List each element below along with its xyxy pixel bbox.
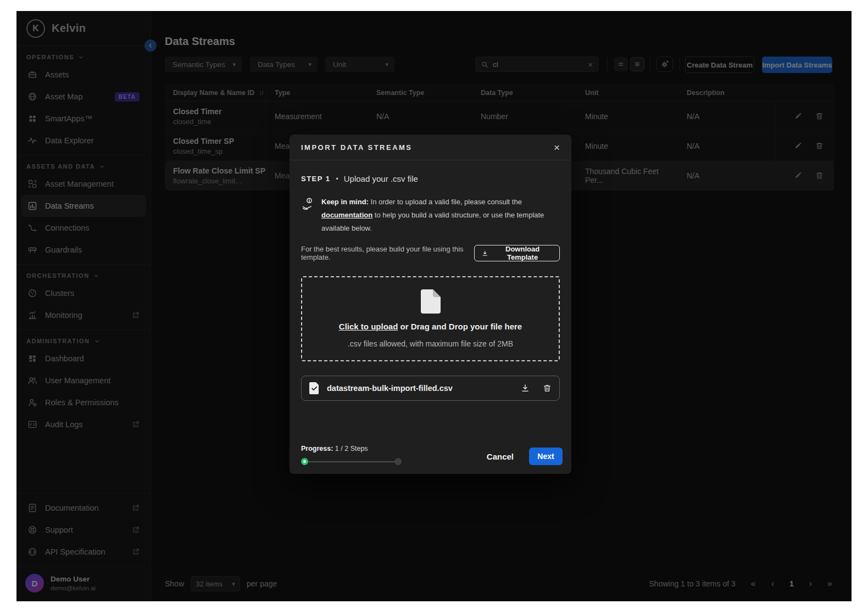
dropzone-text: or Drag and Drop your file here (398, 322, 522, 331)
note-text: In order to upload a valid file, please … (369, 198, 522, 206)
modal-header: IMPORT DATA STREAMS × (290, 135, 571, 160)
progress-track (305, 461, 396, 462)
modal-footer: Progress: 1 / 2 Steps Cancel Next (301, 445, 563, 465)
file-icon (421, 289, 441, 314)
progress-step-next-dot (394, 458, 402, 465)
cancel-button[interactable]: Cancel (487, 452, 514, 461)
template-text: For the best results, please build your … (301, 245, 474, 261)
step-indicator: STEP 1 • Upload your .csv file (301, 160, 560, 183)
progress-value: 1 / 2 Steps (333, 445, 368, 452)
file-check-icon (309, 382, 320, 394)
next-button[interactable]: Next (529, 448, 563, 465)
dropzone-hint: .csv files allowed, with maximum file si… (348, 339, 513, 348)
modal-body: STEP 1 • Upload your .csv file Keep in m… (290, 160, 571, 474)
progress-label: Progress: (301, 445, 333, 452)
remove-file-button[interactable] (543, 384, 552, 393)
trash-icon (543, 384, 552, 393)
documentation-link[interactable]: documentation (321, 211, 372, 219)
download-icon (482, 250, 488, 257)
bullet-icon: • (336, 175, 338, 183)
uploaded-file-name: datastream-bulk-import-filled.csv (327, 384, 453, 393)
progress-block: Progress: 1 / 2 Steps (301, 445, 403, 465)
progress-slider (301, 458, 403, 465)
keep-in-mind-note: Keep in mind: In order to upload a valid… (301, 195, 560, 235)
download-file-button[interactable] (521, 384, 530, 393)
import-data-streams-modal: IMPORT DATA STREAMS × STEP 1 • Upload yo… (290, 135, 571, 474)
progress-step-current-dot (301, 458, 308, 465)
template-row: For the best results, please build your … (301, 245, 560, 261)
modal-title: IMPORT DATA STREAMS (301, 143, 413, 152)
hand-info-icon (301, 197, 314, 210)
click-to-upload-link[interactable]: Click to upload (339, 322, 398, 331)
close-icon[interactable]: × (554, 142, 560, 153)
download-icon (521, 384, 530, 393)
step-label: STEP 1 (301, 175, 331, 183)
app-window: K Kelvin OPERATIONS Assets Asset Map BET… (16, 11, 852, 601)
step-text: Upload your .csv file (344, 174, 418, 183)
download-template-button[interactable]: Download Template (474, 245, 560, 261)
note-bold: Keep in mind: (321, 198, 369, 206)
uploaded-file-card: datastream-bulk-import-filled.csv (301, 376, 560, 401)
file-dropzone[interactable]: Click to upload or Drag and Drop your fi… (301, 276, 560, 361)
